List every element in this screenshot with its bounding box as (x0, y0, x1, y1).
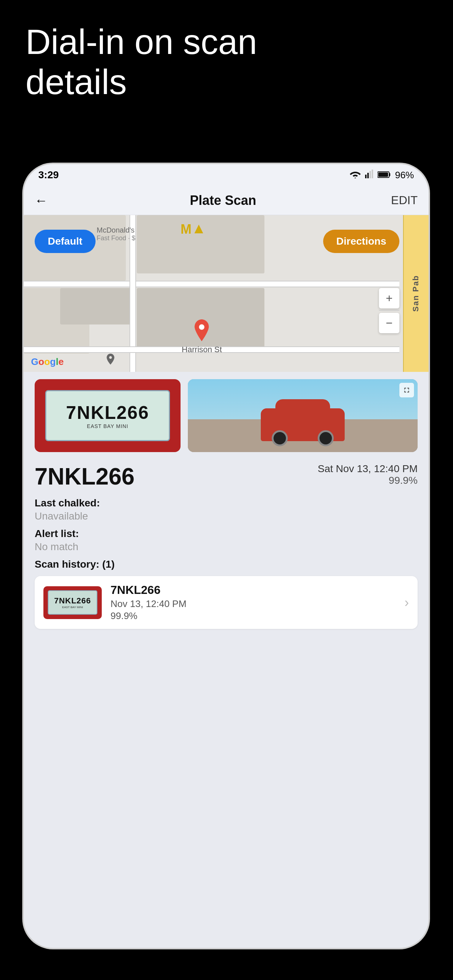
last-chalked-value: Unavailable (35, 511, 418, 522)
alert-list-value: No match (35, 541, 418, 553)
plate-mini-inner: 7NKL266 EAST BAY MINI (48, 590, 97, 615)
svg-rect-1 (367, 173, 369, 178)
history-plate-num: 7NKL266 (110, 583, 396, 597)
scan-date: Sat Nov 13, 12:40 PM (318, 463, 418, 475)
plate-info-row: 7NKL266 Sat Nov 13, 12:40 PM 99.9% (35, 463, 418, 490)
history-confidence: 99.9% (110, 610, 396, 622)
status-bar: 3:29 96% (24, 164, 429, 186)
map-zoom-in-button[interactable]: + (379, 288, 399, 309)
map-zoom-out-button[interactable]: − (379, 313, 399, 333)
plate-number-display: 7NKL266 (66, 402, 149, 423)
plate-image: 7NKL266 EAST BAY MINI (35, 379, 180, 452)
edit-button[interactable]: EDIT (391, 194, 418, 207)
expand-icon[interactable] (399, 383, 414, 398)
directions-button[interactable]: Directions (323, 230, 399, 253)
nav-title: Plate Scan (55, 193, 391, 208)
photos-row: 7NKL266 EAST BAY MINI (24, 372, 429, 460)
wifi-icon (350, 169, 361, 181)
map-area[interactable]: San Pab McDonald's Fast Food · $ M Harri… (24, 215, 429, 372)
plate-state-display: EAST BAY MINI (87, 423, 128, 429)
mcdonalds-label: McDonald's Fast Food · $ (97, 226, 135, 242)
map-block (60, 288, 133, 325)
chevron-right-icon: › (405, 595, 409, 610)
scan-meta: Sat Nov 13, 12:40 PM 99.9% (318, 463, 418, 486)
top-nav: ← Plate Scan EDIT (24, 186, 429, 215)
map-road (24, 281, 399, 287)
battery-icon (378, 169, 391, 181)
status-icons: 96% (350, 169, 414, 181)
scan-confidence: 99.9% (318, 475, 418, 486)
last-chalked-row: Last chalked: Unavailable (35, 497, 418, 522)
car-image (188, 379, 418, 452)
battery-percent: 96% (395, 170, 414, 181)
plate-number-text: 7NKL266 (35, 463, 135, 490)
plate-mini: 7NKL266 EAST BAY MINI (43, 586, 102, 619)
map-divider (379, 310, 399, 310)
svg-point-7 (199, 325, 205, 330)
scan-history-header: Scan history: (1) (35, 558, 418, 570)
map-nav-icon (104, 353, 117, 369)
back-button[interactable]: ← (35, 193, 48, 208)
svg-rect-0 (365, 175, 367, 178)
history-item[interactable]: 7NKL266 EAST BAY MINI 7NKL266 Nov 13, 12… (35, 576, 418, 629)
history-list: 7NKL266 EAST BAY MINI 7NKL266 Nov 13, 12… (35, 576, 418, 629)
history-plate-number: 7NKL266 (54, 596, 91, 606)
history-date: Nov 13, 12:40 PM (110, 598, 396, 609)
san-pablo-label: San Pab (403, 215, 429, 372)
google-logo: Google (31, 356, 64, 368)
svg-rect-2 (370, 171, 371, 178)
last-chalked-label: Last chalked: (35, 497, 418, 509)
svg-rect-5 (389, 173, 390, 176)
plate-photo[interactable]: 7NKL266 EAST BAY MINI (35, 379, 180, 452)
svg-rect-6 (378, 172, 388, 177)
map-pin-label: Harrison St (182, 345, 222, 355)
status-time: 3:29 (38, 169, 59, 181)
alert-list-label: Alert list: (35, 528, 418, 539)
car-roof (275, 399, 330, 419)
svg-rect-3 (372, 170, 373, 178)
mcdonalds-icon: M (180, 222, 191, 237)
history-plate-state: EAST BAY MINI (62, 606, 83, 609)
signal-icon (365, 169, 373, 181)
content-area: 7NKL266 EAST BAY MINI (24, 372, 429, 629)
map-block (137, 215, 265, 274)
default-button[interactable]: Default (35, 230, 96, 253)
car-photo[interactable] (188, 379, 418, 452)
plate-inner: 7NKL266 EAST BAY MINI (45, 390, 170, 441)
alert-list-row: Alert list: No match (35, 528, 418, 553)
info-section: 7NKL266 Sat Nov 13, 12:40 PM 99.9% Last … (24, 460, 429, 629)
history-info: 7NKL266 Nov 13, 12:40 PM 99.9% (110, 583, 396, 622)
hero-title: Dial-in on scan details (26, 22, 281, 102)
phone-shell: 3:29 96% ← Plate Scan EDIT (24, 164, 429, 948)
wheel-left (272, 430, 288, 446)
history-plate-image: 7NKL266 EAST BAY MINI (43, 586, 102, 619)
wheel-right (318, 430, 334, 446)
map-pin: Harrison St (193, 320, 211, 343)
